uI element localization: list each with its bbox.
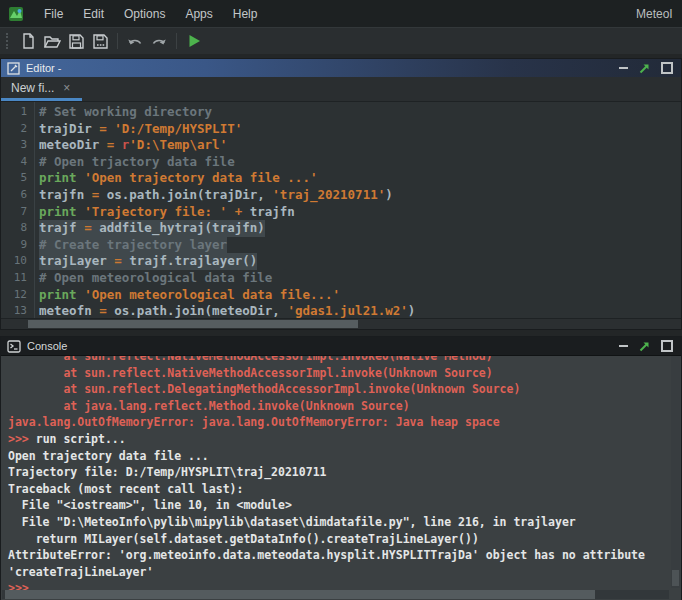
code-text: # Open meteorological data file bbox=[39, 270, 272, 287]
console-token: Trajectory file: D:/Temp/HYSPLIT\traj_20… bbox=[8, 465, 327, 479]
code-line[interactable]: 10trajLayer = trajf.trajlayer() bbox=[1, 253, 681, 270]
console-token: run script... bbox=[36, 432, 126, 446]
code-token: os.path.join(meteoDir, bbox=[114, 303, 287, 318]
code-token: 'Open trajectory data file ...' bbox=[84, 170, 317, 185]
code-text: trajfn = os.path.join(trajDir, 'traj_202… bbox=[39, 187, 393, 204]
console-line: >>> run script... bbox=[8, 431, 681, 448]
open-file-button[interactable] bbox=[40, 30, 64, 52]
save-as-button[interactable] bbox=[88, 30, 112, 52]
editor-panel: Editor - New fi... × 1# Set working dire… bbox=[0, 58, 682, 330]
console-line: at sun.reflect.DelegatingMethodAccessorI… bbox=[8, 381, 681, 398]
code-token: = bbox=[84, 220, 99, 235]
menu-item-options[interactable]: Options bbox=[117, 7, 172, 21]
code-text: print 'Trajectory file: ' + trajfn bbox=[39, 204, 295, 221]
code-line[interactable]: 9# Create trajectory layer bbox=[1, 237, 681, 254]
code-line[interactable]: 6trajfn = os.path.join(trajDir, 'traj_20… bbox=[1, 187, 681, 204]
console-minimize-icon[interactable] bbox=[619, 345, 628, 347]
code-line[interactable]: 12print 'Open meteorological data file..… bbox=[1, 287, 681, 304]
editor-hscrollbar[interactable] bbox=[1, 318, 681, 329]
console-token: at sun.reflect.NativeMethodAccessorImpl.… bbox=[8, 355, 493, 363]
editor-maximize-icon[interactable] bbox=[661, 62, 673, 74]
console-lines: at sun.reflect.NativeMethodAccessorImpl.… bbox=[1, 355, 681, 597]
code-token: addfile_hytraj(trajfn) bbox=[99, 220, 265, 235]
editor-float-icon[interactable] bbox=[639, 63, 650, 74]
tab-new-file[interactable]: New fi... × bbox=[1, 77, 82, 101]
code-line[interactable]: 2trajDir = 'D:/Temp/HYSPLIT' bbox=[1, 121, 681, 138]
save-as-icon bbox=[93, 34, 108, 49]
code-editor[interactable]: 1# Set working directory2trajDir = 'D:/T… bbox=[1, 102, 681, 318]
tab-close-icon[interactable]: × bbox=[63, 82, 70, 94]
console-token: return MILayer(self.dataset.getDataInfo(… bbox=[8, 532, 479, 546]
console-token: AttributeError: 'org.meteoinfo.data.mete… bbox=[8, 548, 645, 562]
code-token: os.path.join(trajDir, bbox=[107, 187, 273, 202]
console-token: at sun.reflect.DelegatingMethodAccessorI… bbox=[8, 382, 520, 396]
console-icon bbox=[7, 340, 21, 353]
console-token: Traceback (most recent call last): bbox=[8, 482, 243, 496]
editor-tab-bar: New fi... × bbox=[1, 77, 681, 102]
menu-item-apps[interactable]: Apps bbox=[178, 7, 219, 21]
console-token: File "D:\MeteoInfo\pylib\mipylib\dataset… bbox=[8, 515, 576, 529]
run-script-button[interactable] bbox=[182, 30, 206, 52]
code-token: ) bbox=[408, 303, 416, 318]
toolbar-separator bbox=[176, 33, 177, 49]
code-token: trajfn bbox=[250, 204, 295, 219]
editor-hscrollbar-thumb[interactable] bbox=[28, 320, 358, 328]
console-panel-header[interactable]: Console bbox=[1, 337, 681, 355]
code-line[interactable]: 4# Open trjactory data file bbox=[1, 154, 681, 171]
console-line: at java.lang.reflect.Method.invoke(Unkno… bbox=[8, 398, 681, 415]
code-token: # Create trajectory layer bbox=[39, 237, 227, 252]
code-line[interactable]: 3meteoDir = r'D:\Temp\arl' bbox=[1, 137, 681, 154]
code-token: print bbox=[39, 170, 84, 185]
code-token: = bbox=[99, 121, 114, 136]
menu-bar: FileEditOptionsAppsHelp MeteoI bbox=[0, 0, 682, 27]
tab-label: New fi... bbox=[11, 81, 54, 95]
console-vscrollbar-thumb[interactable] bbox=[672, 570, 679, 586]
code-text: trajDir = 'D:/Temp/HYSPLIT' bbox=[39, 121, 242, 138]
save-icon bbox=[69, 34, 84, 49]
console-line: File "<iostream>", line 10, in <module> bbox=[8, 497, 681, 514]
code-token: = bbox=[99, 303, 114, 318]
code-text: meteofn = os.path.join(meteoDir, 'gdas1.… bbox=[39, 303, 415, 318]
code-line[interactable]: 7print 'Trajectory file: ' + trajfn bbox=[1, 204, 681, 221]
code-line[interactable]: 13meteofn = os.path.join(meteoDir, 'gdas… bbox=[1, 303, 681, 318]
console-hscrollbar[interactable] bbox=[2, 590, 669, 599]
menu-item-help[interactable]: Help bbox=[226, 7, 265, 21]
menu-item-file[interactable]: File bbox=[37, 7, 70, 21]
console-float-icon[interactable] bbox=[639, 341, 650, 352]
code-line[interactable]: 11# Open meteorological data file bbox=[1, 270, 681, 287]
editor-panel-header[interactable]: Editor - bbox=[1, 59, 681, 77]
console-output[interactable]: at sun.reflect.NativeMethodAccessorImpl.… bbox=[1, 355, 681, 600]
code-token: 'D:/Temp/HYSPLIT' bbox=[114, 121, 242, 136]
editor-minimize-icon[interactable] bbox=[619, 67, 628, 69]
code-token: # Set working directory bbox=[39, 104, 212, 119]
console-line: AttributeError: 'org.meteoinfo.data.mete… bbox=[8, 547, 681, 564]
toolbar bbox=[0, 27, 682, 54]
menu-item-edit[interactable]: Edit bbox=[76, 7, 111, 21]
line-number: 4 bbox=[1, 154, 31, 171]
console-line: return MILayer(self.dataset.getDataInfo(… bbox=[8, 531, 681, 548]
line-number: 3 bbox=[1, 137, 31, 154]
new-file-icon bbox=[21, 33, 36, 49]
code-token: trajfn bbox=[39, 187, 92, 202]
code-token: 'gdas1.jul21.w2' bbox=[287, 303, 407, 318]
console-maximize-icon[interactable] bbox=[661, 340, 673, 352]
undo-button[interactable] bbox=[123, 30, 147, 52]
save-button[interactable] bbox=[64, 30, 88, 52]
code-line[interactable]: 8trajf = addfile_hytraj(trajfn) bbox=[1, 220, 681, 237]
new-file-button[interactable] bbox=[16, 30, 40, 52]
code-token: = bbox=[114, 253, 129, 268]
line-number: 2 bbox=[1, 121, 31, 138]
console-hscrollbar-thumb[interactable] bbox=[5, 590, 595, 599]
toolbar-drag-handle[interactable] bbox=[6, 33, 10, 49]
redo-button[interactable] bbox=[147, 30, 171, 52]
console-line: 'createTrajLineLayer' bbox=[8, 564, 681, 581]
code-token: meteoDir bbox=[39, 137, 107, 152]
console-token: File "<iostream>", line 10, in <module> bbox=[8, 498, 292, 512]
code-line[interactable]: 1# Set working directory bbox=[1, 104, 681, 121]
code-token: # Open meteorological data file bbox=[39, 270, 272, 285]
code-text: meteoDir = r'D:\Temp\arl' bbox=[39, 137, 227, 154]
code-text: # Set working directory bbox=[39, 104, 212, 121]
console-token: >>> bbox=[8, 432, 36, 446]
code-line[interactable]: 5print 'Open trajectory data file ...' bbox=[1, 170, 681, 187]
console-vscrollbar[interactable] bbox=[671, 356, 680, 588]
